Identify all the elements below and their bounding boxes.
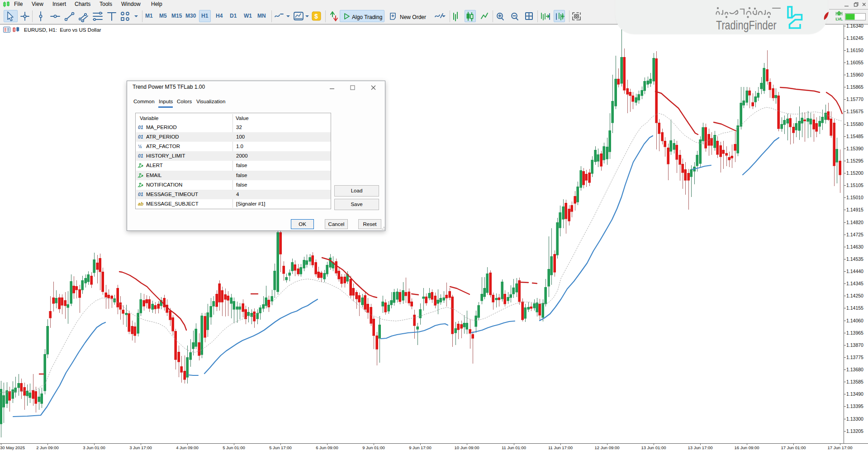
svg-text:1.14725: 1.14725 xyxy=(846,232,863,237)
svg-text:9 Jun 01:00: 9 Jun 01:00 xyxy=(362,445,385,450)
svg-text:1.13205: 1.13205 xyxy=(846,428,863,434)
svg-text:1.15010: 1.15010 xyxy=(846,195,863,200)
svg-text:13 Jun 17:00: 13 Jun 17:00 xyxy=(688,445,713,450)
svg-text:1.14915: 1.14915 xyxy=(846,207,863,212)
svg-text:LVL: LVL xyxy=(835,16,843,21)
svg-text:13 Jun 01:00: 13 Jun 01:00 xyxy=(641,445,666,450)
svg-text:30 May 2025: 30 May 2025 xyxy=(0,445,25,450)
svg-text:1.15770: 1.15770 xyxy=(846,96,863,102)
svg-text:11 Jun 17:00: 11 Jun 17:00 xyxy=(548,445,573,450)
svg-text:1.15200: 1.15200 xyxy=(846,170,863,176)
svg-text:11 Jun 01:00: 11 Jun 01:00 xyxy=(502,445,526,450)
svg-text:6 Jun 09:00: 6 Jun 09:00 xyxy=(316,445,338,450)
svg-text:17 Jun 01:00: 17 Jun 01:00 xyxy=(781,445,806,450)
svg-text:1.15865: 1.15865 xyxy=(846,84,863,90)
svg-text:1.16340: 1.16340 xyxy=(846,23,863,29)
svg-text:1.13395: 1.13395 xyxy=(846,403,863,409)
svg-text:1.14155: 1.14155 xyxy=(846,305,863,311)
svg-text:1.13490: 1.13490 xyxy=(846,391,863,397)
svg-text:1.13775: 1.13775 xyxy=(846,355,863,360)
svg-text:9 Jun 17:00: 9 Jun 17:00 xyxy=(409,445,432,450)
svg-text:1.15485: 1.15485 xyxy=(846,134,863,139)
svg-text:1.16245: 1.16245 xyxy=(846,35,863,41)
svg-text:1.15960: 1.15960 xyxy=(846,72,863,77)
svg-text:1.15675: 1.15675 xyxy=(846,109,863,114)
svg-text:12 Jun 09:00: 12 Jun 09:00 xyxy=(595,445,620,450)
svg-text:1.14535: 1.14535 xyxy=(846,256,863,262)
svg-text:1.13680: 1.13680 xyxy=(846,367,863,372)
svg-text:1.14440: 1.14440 xyxy=(846,269,863,274)
svg-text:1.14060: 1.14060 xyxy=(846,318,863,323)
svg-text:3 Jun 17:00: 3 Jun 17:00 xyxy=(129,445,152,450)
svg-text:1.16150: 1.16150 xyxy=(846,48,863,53)
svg-text:1.13870: 1.13870 xyxy=(846,342,863,348)
svg-text:1.14630: 1.14630 xyxy=(846,244,863,249)
svg-text:5 Jun 01:00: 5 Jun 01:00 xyxy=(223,445,245,450)
svg-text:1.15580: 1.15580 xyxy=(846,121,863,127)
svg-text:1.13965: 1.13965 xyxy=(846,330,863,336)
svg-text:1.16055: 1.16055 xyxy=(846,60,863,65)
svg-text:17 Jun 17:00: 17 Jun 17:00 xyxy=(828,445,853,450)
svg-text:1.14250: 1.14250 xyxy=(846,293,863,298)
svg-text:1.15295: 1.15295 xyxy=(846,158,863,163)
svg-text:1.13300: 1.13300 xyxy=(846,416,863,422)
svg-text:1.15105: 1.15105 xyxy=(846,182,863,188)
svg-text:4 Jun 09:00: 4 Jun 09:00 xyxy=(176,445,199,450)
svg-text:5 Jun 17:00: 5 Jun 17:00 xyxy=(269,445,292,450)
svg-text:1.14820: 1.14820 xyxy=(846,220,863,225)
svg-text:1.15390: 1.15390 xyxy=(846,146,863,151)
svg-text:3 Jun 01:00: 3 Jun 01:00 xyxy=(83,445,105,450)
svg-text:2 Jun 09:00: 2 Jun 09:00 xyxy=(36,445,59,450)
svg-text:1.14345: 1.14345 xyxy=(846,281,863,286)
svg-text:16 Jun 09:00: 16 Jun 09:00 xyxy=(735,445,759,450)
svg-text:1.13585: 1.13585 xyxy=(846,379,863,384)
svg-text:10 Jun 09:00: 10 Jun 09:00 xyxy=(455,445,479,450)
